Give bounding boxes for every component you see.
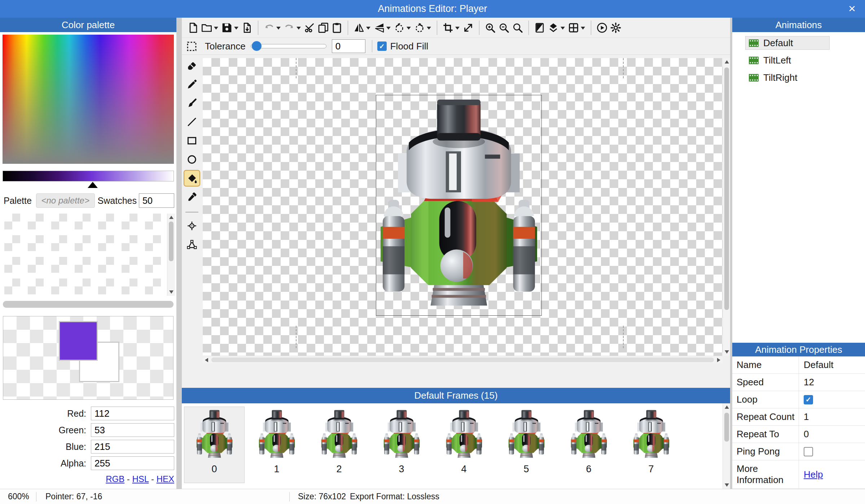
frame-thumbnail-7[interactable]: 7 — [621, 407, 681, 483]
palette-select-button[interactable]: <no palette> — [36, 193, 95, 208]
palette-swatch[interactable] — [51, 235, 67, 251]
line-tool[interactable] — [184, 114, 200, 130]
palette-swatch[interactable] — [75, 235, 91, 251]
ping-pong-checkbox[interactable] — [804, 447, 813, 456]
dropdown-caret-icon[interactable] — [276, 27, 281, 30]
scroll-up-icon[interactable] — [169, 216, 174, 219]
save-button[interactable] — [220, 19, 240, 36]
dropdown-caret-icon[interactable] — [214, 27, 218, 30]
palette-swatch[interactable] — [145, 214, 161, 229]
redo-button[interactable] — [282, 19, 303, 36]
copy-button[interactable] — [316, 19, 330, 36]
green-field[interactable] — [91, 423, 174, 437]
scroll-up-icon[interactable] — [725, 60, 729, 63]
palette-swatch[interactable] — [98, 235, 114, 251]
property-value[interactable]: 0 — [799, 426, 865, 443]
drawing-canvas[interactable] — [203, 58, 723, 356]
palette-swatch[interactable] — [122, 257, 137, 273]
frames-scrollbar[interactable] — [723, 403, 730, 489]
dropdown-caret-icon[interactable] — [427, 27, 431, 30]
scrollbar-thumb[interactable] — [724, 413, 729, 442]
dropdown-caret-icon[interactable] — [386, 27, 391, 30]
invert-button[interactable] — [533, 19, 546, 36]
palette-swatch[interactable] — [145, 235, 161, 251]
property-value[interactable]: Default — [799, 356, 865, 373]
property-value[interactable]: ✓ — [799, 391, 865, 408]
red-field[interactable] — [91, 407, 174, 420]
rectangle-tool[interactable] — [184, 132, 200, 149]
animation-item-tiltleft[interactable]: TiltLeft — [745, 53, 830, 67]
fill-tool[interactable] — [184, 170, 200, 187]
palette-swatch[interactable] — [98, 279, 114, 294]
palette-swatch[interactable] — [75, 257, 91, 273]
swatches-count-input[interactable] — [139, 193, 174, 208]
play-button[interactable] — [595, 19, 609, 36]
paste-button[interactable] — [330, 19, 344, 36]
palette-swatch[interactable] — [51, 257, 67, 273]
dropdown-caret-icon[interactable] — [234, 27, 238, 30]
frame-thumbnail-0[interactable]: 0 — [184, 407, 245, 483]
color-gradient-picker[interactable] — [3, 35, 174, 164]
dropdown-caret-icon[interactable] — [455, 27, 460, 30]
brush-tool[interactable] — [184, 95, 200, 111]
rotate-cw-button[interactable] — [413, 19, 433, 36]
scroll-down-icon[interactable] — [725, 350, 729, 354]
blue-field[interactable] — [91, 440, 174, 453]
flood-fill-checkbox[interactable]: ✓ — [377, 41, 387, 51]
palette-swatch[interactable] — [98, 214, 114, 229]
palette-swatch[interactable] — [122, 235, 137, 251]
flip-horizontal-button[interactable] — [352, 19, 372, 36]
grid-button[interactable] — [567, 19, 587, 36]
swatch-hscrollbar[interactable] — [3, 301, 174, 308]
dropdown-caret-icon[interactable] — [581, 27, 585, 30]
scroll-down-icon[interactable] — [169, 290, 174, 294]
hsl-mode-link[interactable]: HSL — [132, 474, 149, 484]
canvas-vscrollbar[interactable] — [723, 58, 730, 356]
select-tool[interactable] — [182, 41, 202, 52]
loop-checkbox[interactable]: ✓ — [804, 395, 813, 404]
eraser-tool[interactable] — [184, 57, 200, 74]
flip-vertical-button[interactable] — [372, 19, 392, 36]
property-value[interactable]: 1 — [799, 408, 865, 425]
help-link[interactable]: Help — [804, 469, 823, 480]
cut-button[interactable] — [303, 19, 316, 36]
property-value[interactable]: 12 — [799, 374, 865, 391]
palette-swatch[interactable] — [4, 279, 20, 294]
rgb-mode-link[interactable]: RGB — [106, 474, 124, 484]
frame-thumbnail-3[interactable]: 3 — [371, 407, 432, 483]
zoom-in-button[interactable] — [483, 19, 497, 36]
palette-swatch[interactable] — [145, 279, 161, 294]
vertex-tool[interactable] — [184, 236, 200, 253]
palette-swatch[interactable] — [75, 279, 91, 294]
palette-swatch[interactable] — [122, 279, 137, 294]
swatch-scrollbar[interactable] — [167, 214, 175, 296]
dropdown-caret-icon[interactable] — [407, 27, 411, 30]
alpha-field[interactable] — [91, 456, 174, 470]
scroll-down-icon[interactable] — [725, 483, 729, 487]
scroll-right-icon[interactable] — [717, 358, 720, 362]
palette-swatch[interactable] — [28, 214, 44, 229]
palette-swatch[interactable] — [28, 257, 44, 273]
tolerance-slider[interactable] — [251, 44, 326, 48]
resize-button[interactable] — [461, 19, 475, 36]
property-value[interactable] — [799, 443, 865, 460]
undo-button[interactable] — [262, 19, 282, 36]
zoom-button[interactable] — [511, 19, 524, 36]
palette-swatch[interactable] — [4, 257, 20, 273]
palette-swatch[interactable] — [4, 235, 20, 251]
palette-swatch[interactable] — [51, 214, 67, 229]
tolerance-slider-knob[interactable] — [252, 41, 262, 51]
new-file-button[interactable] — [186, 19, 200, 36]
palette-swatch[interactable] — [4, 214, 20, 229]
crop-button[interactable] — [441, 19, 461, 36]
dropdown-caret-icon[interactable] — [366, 27, 370, 30]
primary-color-swatch[interactable] — [59, 321, 98, 361]
scrollbar-thumb[interactable] — [169, 222, 174, 261]
dropdown-caret-icon[interactable] — [297, 27, 301, 30]
origin-tool[interactable] — [184, 218, 200, 234]
open-button[interactable] — [200, 19, 220, 36]
dropdown-caret-icon[interactable] — [561, 27, 565, 30]
frame-thumbnail-1[interactable]: 1 — [246, 407, 307, 483]
scrollbar-thumb[interactable] — [724, 67, 729, 310]
close-icon[interactable]: × — [839, 0, 865, 18]
